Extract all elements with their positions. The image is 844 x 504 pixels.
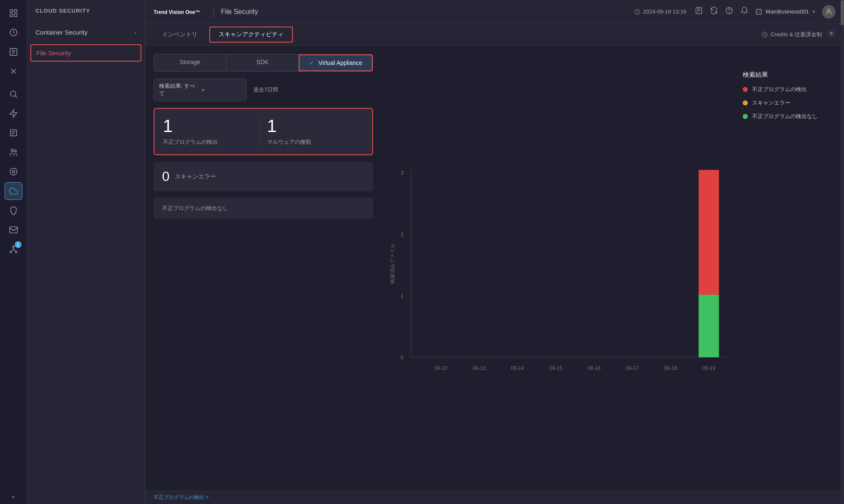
legend-dot-clean [743, 114, 748, 119]
header-separator [214, 7, 214, 17]
svg-text:09-17: 09-17 [626, 365, 639, 371]
checkmark-icon: ✓ [309, 59, 314, 66]
flyout-item-label: Container Security [35, 29, 87, 36]
tab-scan-activity[interactable]: スキャンアクティビティ [209, 27, 293, 43]
documentation-icon[interactable] [695, 6, 703, 17]
flyout-menu: CLOUD SECURITY Container Security › File… [27, 0, 145, 504]
chevron-down-icon: ▾ [202, 87, 241, 93]
clean-row: 不正プログラムの検出なし [154, 198, 373, 219]
svg-point-9 [11, 149, 14, 152]
scan-error-label: スキャンエラー [175, 173, 216, 181]
svg-point-19 [726, 8, 733, 14]
scrollbar[interactable] [841, 0, 844, 504]
notification-icon[interactable] [740, 6, 749, 17]
avatar[interactable] [822, 5, 836, 19]
legend-dot-error [743, 100, 748, 105]
svg-text:3: 3 [400, 170, 403, 176]
module-title: File Security [221, 8, 258, 16]
sidebar-icon-mail[interactable] [5, 221, 22, 239]
svg-rect-2 [10, 14, 12, 16]
tab-inventory[interactable]: インベントリ [154, 27, 206, 42]
tab-virtual-appliance[interactable]: ✓ Virtual Appliance [299, 54, 373, 71]
svg-rect-21 [756, 9, 761, 14]
flyout-header: CLOUD SECURITY [27, 0, 145, 22]
svg-text:09-16: 09-16 [587, 365, 601, 371]
sidebar-icon-logs[interactable] [5, 124, 22, 142]
svg-text:09-19: 09-19 [702, 365, 715, 371]
svg-rect-0 [10, 10, 12, 12]
legend-item-malware: 不正プログラムの検出 [743, 86, 827, 93]
tab-storage[interactable]: Storage [154, 54, 227, 71]
svg-point-6 [10, 91, 16, 97]
sidebar-icon-group[interactable] [5, 163, 22, 181]
sidebar: 1 » [0, 0, 27, 504]
svg-rect-1 [14, 10, 16, 12]
sidebar-icon-home[interactable] [5, 4, 22, 22]
clock-icon [634, 8, 641, 15]
svg-rect-3 [14, 14, 16, 16]
sub-header: インベントリ スキャンアクティビティ Credits & 従量課金制 [145, 24, 844, 46]
filter-row: 検索結果: すべて ▾ 過去7日間 [154, 78, 373, 101]
sidebar-icon-users[interactable] [5, 143, 22, 161]
sidebar-icon-dashboard[interactable] [5, 24, 22, 41]
chevron-right-icon: › [134, 29, 136, 36]
bar-malware-0919 [698, 170, 719, 295]
refresh-icon[interactable] [710, 6, 718, 17]
svg-point-22 [828, 9, 830, 11]
right-panel: 3 2 1 0 検索済みファイル [381, 54, 836, 482]
sidebar-icon-close[interactable] [5, 62, 22, 80]
chart-area: 3 2 1 0 検索済みファイル [381, 54, 836, 482]
bottom-bar-text[interactable]: 不正プログラムの検出 > [154, 494, 208, 501]
svg-point-16 [15, 251, 17, 253]
search-results-dropdown[interactable]: 検索結果: すべて ▾ [154, 78, 246, 101]
bar-clean-0919 [698, 295, 719, 357]
help-icon[interactable] [725, 6, 733, 17]
svg-marker-7 [10, 110, 17, 117]
legend-title: 検索結果 [743, 71, 827, 79]
user-menu[interactable]: MainBusiness001 ▾ [755, 8, 815, 15]
svg-point-24 [830, 32, 833, 35]
svg-text:09-12: 09-12 [434, 365, 447, 371]
sidebar-icon-network[interactable]: 1 [5, 240, 22, 258]
sidebar-badge: 1 [15, 241, 22, 248]
credits-button[interactable]: Credits & 従量課金制 [761, 31, 822, 38]
stats-card: 1 不正プログラムの検出 1 マルウェアの種類 [154, 108, 373, 155]
svg-text:09-18: 09-18 [664, 365, 677, 371]
sidebar-icon-cloud-security[interactable] [5, 182, 22, 200]
sidebar-icon-reports[interactable] [5, 43, 22, 61]
svg-text:09-15: 09-15 [549, 365, 562, 371]
flyout-item-label: File Security [36, 49, 71, 57]
chevron-down-icon: ▾ [812, 8, 815, 15]
svg-rect-13 [9, 227, 17, 233]
settings-button[interactable] [827, 29, 836, 40]
credits-icon [761, 31, 768, 38]
flyout-item-container-security[interactable]: Container Security › [27, 22, 145, 43]
svg-text:09-13: 09-13 [473, 365, 486, 371]
scan-type-tabs: Storage SDK ✓ Virtual Appliance [154, 54, 373, 72]
chart-container: 3 2 1 0 検索済みファイル [390, 62, 730, 474]
legend-item-error: スキャンエラー [743, 99, 827, 107]
bar-chart: 3 2 1 0 検索済みファイル [390, 62, 730, 474]
svg-text:09-14: 09-14 [511, 365, 524, 371]
chart-legend: 検索結果 不正プログラムの検出 スキャンエラー 不正プログラムの検出なし [743, 62, 827, 474]
sidebar-icon-alerts[interactable] [5, 105, 22, 122]
malware-count: 1 [163, 117, 253, 135]
sidebar-icon-shield[interactable] [5, 202, 22, 219]
svg-point-15 [10, 251, 11, 253]
sidebar-icon-search[interactable] [5, 85, 22, 103]
sidebar-more[interactable]: » [12, 494, 15, 500]
svg-point-11 [10, 168, 17, 175]
malware-type-stat: 1 マルウェアの種類 [260, 117, 364, 146]
svg-point-20 [729, 12, 730, 13]
flyout-item-file-security[interactable]: File Security [30, 44, 141, 62]
legend-item-clean: 不正プログラムの検出なし [743, 113, 827, 120]
scrollbar-thumb[interactable] [841, 0, 844, 25]
scan-error-count: 0 [162, 169, 170, 184]
tab-sdk[interactable]: SDK [227, 54, 299, 71]
svg-point-10 [14, 150, 16, 152]
svg-text:1: 1 [400, 293, 403, 299]
svg-point-12 [12, 170, 15, 173]
svg-point-14 [13, 246, 14, 248]
building-icon [755, 8, 762, 15]
content-area: Storage SDK ✓ Virtual Appliance 検索結果: すべ… [145, 46, 844, 491]
